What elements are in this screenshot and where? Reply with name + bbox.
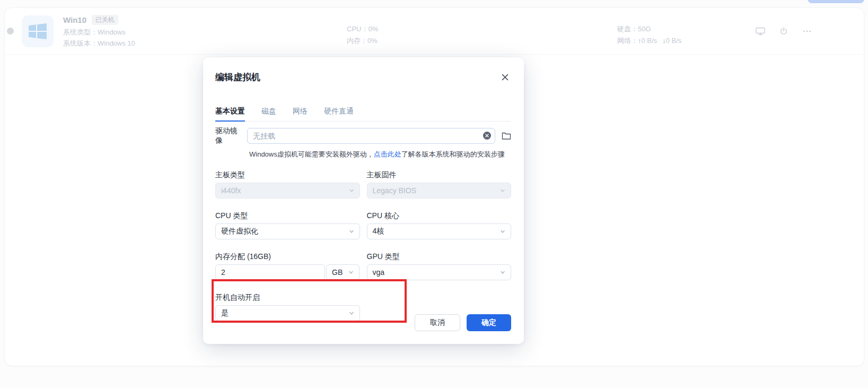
cpu-cores-value: 4核 [373, 227, 384, 236]
os-version-value: Windows 10 [98, 39, 135, 47]
power-button[interactable] [779, 27, 788, 36]
net-down-value: 0 B/s [666, 37, 682, 45]
os-version-line: 系统版本：Windows 10 [63, 39, 135, 47]
auto-start-field: 开机自动开启 是 [215, 293, 360, 321]
gpu-type-value: vga [373, 268, 385, 277]
click-here-link[interactable]: 点击此处 [374, 150, 401, 158]
tab-network[interactable]: 网络 [293, 107, 308, 121]
status-dot [7, 28, 14, 35]
close-icon [501, 74, 509, 83]
drive-image-row: 驱动镜像 [215, 126, 511, 145]
chevron-down-icon [499, 187, 506, 194]
chevron-down-icon [499, 269, 506, 275]
tab-hardware-passthrough[interactable]: 硬件直通 [324, 107, 354, 121]
windows-logo-icon [29, 23, 47, 39]
cpu-stat: CPU：0% [347, 25, 378, 33]
board-firmware-label: 主板固件 [367, 170, 512, 179]
disk-stat: 硬盘：50G [617, 25, 681, 33]
net-label: 网络： [617, 37, 638, 45]
disk-net-stats: 硬盘：50G 网络：↑0 B/s↓0 B/s [617, 25, 681, 45]
browse-folder-button[interactable] [502, 132, 511, 140]
auto-start-select[interactable]: 是 [215, 305, 360, 321]
os-type-value: Windows [98, 28, 126, 36]
chevron-down-icon [348, 269, 354, 275]
modal-footer: 取消 确定 [415, 314, 511, 331]
disk-value: 50G [638, 25, 651, 33]
board-type-value: i440fx [221, 186, 241, 195]
close-button[interactable] [501, 73, 509, 83]
os-type-label: 系统类型： [63, 28, 98, 36]
disk-label: 硬盘： [617, 25, 638, 33]
vm-info: Win10 已关机 系统类型：Windows 系统版本：Windows 10 [63, 15, 135, 47]
cpu-cores-label: CPU 核心 [367, 211, 512, 220]
memory-input[interactable] [215, 264, 325, 280]
more-actions-button[interactable] [802, 27, 812, 36]
driver-helper-text: Windows虚拟机可能需要安装额外驱动，点击此处了解各版本系统和驱动的安装步骤 [249, 150, 511, 159]
cancel-button[interactable]: 取消 [415, 314, 460, 331]
cpu-value: 0% [368, 25, 378, 33]
confirm-button[interactable]: 确定 [467, 314, 511, 331]
vm-os-tile [22, 15, 54, 47]
board-firmware-select: Legacy BIOS [367, 183, 512, 199]
memory-label: 内存分配 (16GB) [215, 252, 360, 261]
vm-row[interactable]: Win10 已关机 系统类型：Windows 系统版本：Windows 10 C… [5, 8, 864, 55]
modal-title: 编辑虚拟机 [215, 72, 260, 83]
board-type-field: 主板类型 i440fx [215, 170, 360, 199]
auto-start-value: 是 [221, 308, 229, 318]
net-stat: 网络：↑0 B/s↓0 B/s [617, 37, 681, 45]
board-firmware-value: Legacy BIOS [373, 186, 417, 195]
board-firmware-field: 主板固件 Legacy BIOS [367, 170, 512, 199]
memory-field: 内存分配 (16GB) GB [215, 252, 360, 280]
cpu-mem-stats: CPU：0% 内存：0% [347, 25, 378, 45]
cpu-type-label: CPU 类型 [215, 211, 360, 220]
vm-actions [756, 27, 812, 36]
tab-basic-settings[interactable]: 基本设置 [215, 107, 245, 122]
gpu-type-field: GPU 类型 vga [367, 252, 512, 280]
chevron-down-icon [348, 228, 355, 235]
edit-vm-modal: 编辑虚拟机 基本设置 磁盘 网络 硬件直通 驱动镜像 [203, 57, 524, 344]
net-up-value: 0 B/s [642, 37, 657, 45]
cpu-cores-field: CPU 核心 4核 [367, 211, 512, 239]
console-display-button[interactable] [756, 27, 765, 36]
chevron-down-icon [348, 310, 355, 316]
cpu-label: CPU： [347, 25, 368, 33]
topbar-cutoff-button[interactable] [808, 0, 864, 3]
clear-input-button[interactable] [483, 132, 491, 140]
memory-unit-value: GB [332, 268, 343, 277]
status-badge: 已关机 [92, 15, 118, 25]
gpu-type-label: GPU 类型 [367, 252, 512, 261]
display-icon [756, 27, 765, 36]
board-type-label: 主板类型 [215, 170, 360, 179]
drive-image-input[interactable] [247, 128, 495, 144]
os-type-line: 系统类型：Windows [63, 28, 135, 36]
mem-value: 0% [367, 37, 378, 45]
power-icon [779, 27, 788, 36]
clear-circle-x-icon [483, 132, 491, 141]
tab-disk[interactable]: 磁盘 [261, 107, 276, 121]
mem-label: 内存： [347, 37, 367, 45]
cpu-cores-select[interactable]: 4核 [367, 223, 512, 239]
cpu-type-value: 硬件虚拟化 [221, 227, 258, 236]
gpu-type-select[interactable]: vga [367, 264, 512, 280]
drive-image-label: 驱动镜像 [215, 126, 244, 145]
chevron-down-icon [348, 187, 355, 194]
helper-text-pre: Windows虚拟机可能需要安装额外驱动， [249, 150, 374, 158]
ellipsis-icon [803, 27, 811, 36]
helper-text-post: 了解各版本系统和驱动的安装步骤 [401, 150, 505, 158]
cpu-type-field: CPU 类型 硬件虚拟化 [215, 211, 360, 239]
board-type-select: i440fx [215, 183, 360, 199]
mem-stat: 内存：0% [347, 37, 378, 45]
auto-start-label: 开机自动开启 [215, 293, 360, 302]
memory-unit-select[interactable]: GB [326, 264, 360, 280]
os-version-label: 系统版本： [63, 39, 98, 47]
modal-tabs: 基本设置 磁盘 网络 硬件直通 [215, 107, 511, 122]
chevron-down-icon [499, 228, 506, 235]
vm-name: Win10 [63, 15, 86, 24]
cpu-type-select[interactable]: 硬件虚拟化 [215, 223, 360, 239]
folder-icon [502, 133, 511, 142]
